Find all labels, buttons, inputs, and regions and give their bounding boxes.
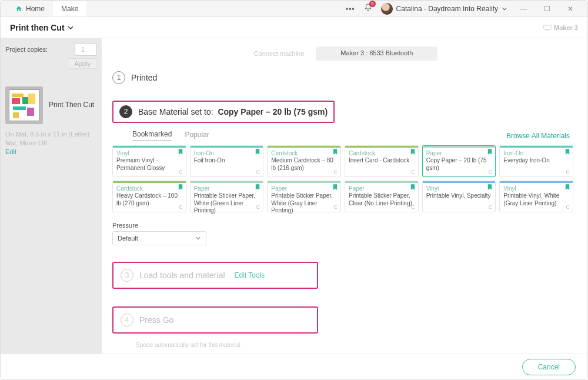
user-name: Catalina - Daydream Into Reality	[396, 5, 498, 13]
tab-home[interactable]: Home	[6, 1, 53, 16]
material-category: Paper	[194, 185, 260, 192]
bookmark-icon	[255, 184, 260, 190]
notifications-button[interactable]: 3	[363, 3, 373, 14]
mat-thumb-label: Print Then Cut	[49, 101, 94, 110]
material-category: Cardstock	[349, 150, 415, 156]
material-name: Insert Card - Cardstock	[349, 157, 415, 165]
material-name: Printable Sticker Paper, White (Gray Lin…	[271, 192, 337, 215]
step4-circle: 4	[121, 314, 133, 326]
material-card[interactable]: Paper Printable Sticker Paper, White (Gr…	[267, 181, 341, 212]
cancel-button[interactable]: Cancel	[522, 359, 576, 375]
window-maximize[interactable]: ☐	[539, 5, 554, 13]
material-card[interactable]: Paper Printable Sticker Paper, Clear (No…	[345, 181, 419, 212]
mat-caption: On Mat, 8.5 in x 11 in (Letter) Mat, Mir…	[5, 130, 97, 148]
material-category: Iron-On	[503, 150, 569, 156]
step3-highlight: 3 Load tools and material Edit Tools	[112, 262, 318, 289]
tab-home-label: Home	[26, 5, 45, 13]
material-card[interactable]: Paper Copy Paper – 20 lb (75 gsm) C	[422, 145, 496, 177]
cricut-icon: C	[566, 204, 570, 210]
cricut-icon: C	[489, 169, 493, 175]
mat-tab-bookmarked[interactable]: Bookmarked	[132, 130, 172, 141]
material-category: Paper	[271, 185, 337, 192]
bookmark-icon	[410, 149, 415, 155]
material-category: Cardstock	[271, 150, 337, 156]
step1-title: Printed	[131, 73, 157, 82]
svg-rect-0	[544, 25, 552, 29]
material-category: Iron-On	[194, 150, 260, 156]
material-category: Vinyl	[426, 185, 492, 192]
step4-highlight: 4 Press Go	[112, 306, 318, 334]
bookmark-icon	[333, 149, 338, 155]
material-card[interactable]: Cardstock Heavy Cardstock – 100 lb (270 …	[112, 181, 186, 212]
material-name: Printable Sticker Paper, White (Green Li…	[194, 192, 260, 215]
material-category: Vinyl	[116, 150, 182, 156]
bookmark-icon	[565, 184, 570, 190]
user-menu[interactable]: Catalina - Daydream Into Reality	[381, 3, 507, 15]
material-card[interactable]: Cardstock Insert Card - Cardstock C	[345, 145, 419, 177]
window-minimize[interactable]: —	[516, 5, 531, 13]
tab-make-label: Make	[61, 5, 78, 13]
material-name: Foil Iron-On	[194, 157, 260, 165]
page-title: Print then Cut	[10, 23, 65, 32]
material-name: Medium Cardstock – 80 lb (216 gsm)	[271, 157, 337, 172]
connect-label: Connect machine	[248, 46, 310, 61]
material-card[interactable]: Vinyl Premium Vinyl - Permanent Glossy C	[112, 145, 186, 177]
step2-highlight: 2 Base Material set to: Copy Paper – 20 …	[112, 101, 335, 123]
edit-tools-link[interactable]: Edit Tools	[235, 271, 265, 279]
notifications-badge: 3	[369, 1, 376, 7]
chevron-down-icon	[502, 6, 507, 12]
window-close[interactable]: ✕	[563, 5, 578, 13]
svg-rect-1	[546, 29, 549, 30]
tab-make[interactable]: Make	[53, 1, 86, 16]
material-card[interactable]: Vinyl Printable Vinyl, White (Gray Liner…	[499, 181, 573, 212]
browse-all-link[interactable]: Browse All Materials	[506, 132, 570, 140]
cricut-icon: C	[489, 204, 493, 210]
home-icon	[15, 5, 23, 12]
material-card[interactable]: Iron-On Everyday Iron-On C	[499, 145, 573, 177]
cricut-icon: C	[566, 169, 570, 175]
material-card[interactable]: Cardstock Medium Cardstock – 80 lb (216 …	[267, 145, 341, 177]
material-name: Heavy Cardstock – 100 lb (270 gsm)	[116, 192, 182, 207]
cricut-icon: C	[411, 204, 415, 210]
machine-selector[interactable]: Maker 3 : 8533 Bluetooth	[316, 46, 437, 61]
bookmark-icon	[333, 184, 338, 190]
chevron-down-icon	[195, 235, 201, 241]
pressure-select[interactable]: Default	[112, 231, 206, 245]
cricut-icon: C	[179, 204, 183, 210]
pressure-label: Pressure	[112, 222, 573, 229]
step4-help1: Speed automatically set for this materia…	[136, 342, 573, 348]
material-name: Printable Sticker Paper, Clear (No Liner…	[349, 192, 415, 207]
chevron-down-icon[interactable]	[67, 24, 74, 31]
mat-thumbnail[interactable]	[5, 86, 43, 124]
step3-title: Load tools and material	[139, 271, 225, 280]
material-name: Printable Vinyl, Specialty	[426, 192, 492, 200]
mat-edit-link[interactable]: Edit	[5, 148, 16, 155]
copies-input[interactable]	[75, 43, 97, 56]
bookmark-icon	[178, 149, 183, 155]
device-label: Maker 3	[554, 24, 578, 31]
material-name: Everyday Iron-On	[503, 157, 569, 165]
material-card[interactable]: Vinyl Printable Vinyl, Specialty C	[422, 181, 496, 212]
sidebar: Project copies: Apply Print Then Cut On …	[1, 38, 102, 355]
copies-label: Project copies:	[5, 46, 48, 53]
material-category: Paper	[426, 150, 492, 156]
material-card[interactable]: Paper Printable Sticker Paper, White (Gr…	[190, 181, 264, 212]
device-icon	[543, 25, 552, 31]
mat-tab-popular[interactable]: Popular	[185, 131, 209, 141]
material-category: Paper	[349, 185, 415, 192]
material-card[interactable]: Iron-On Foil Iron-On C	[190, 145, 264, 177]
cricut-icon: C	[333, 169, 338, 175]
step4-title: Press Go	[139, 315, 173, 325]
more-menu-icon[interactable]: •••	[346, 5, 355, 13]
material-name: Printable Vinyl, White (Gray Liner Print…	[503, 192, 569, 207]
bookmark-icon	[178, 184, 183, 190]
material-category: Cardstock	[116, 185, 182, 192]
step2-circle: 2	[119, 105, 132, 118]
bookmark-icon	[255, 149, 260, 155]
step3-circle: 3	[121, 269, 133, 282]
step1-circle: 1	[112, 71, 125, 84]
step2-title: Base Material set to: Copy Paper – 20 lb…	[138, 107, 328, 116]
apply-button[interactable]: Apply	[68, 58, 97, 69]
cricut-icon: C	[179, 169, 183, 175]
material-category: Vinyl	[503, 185, 569, 192]
